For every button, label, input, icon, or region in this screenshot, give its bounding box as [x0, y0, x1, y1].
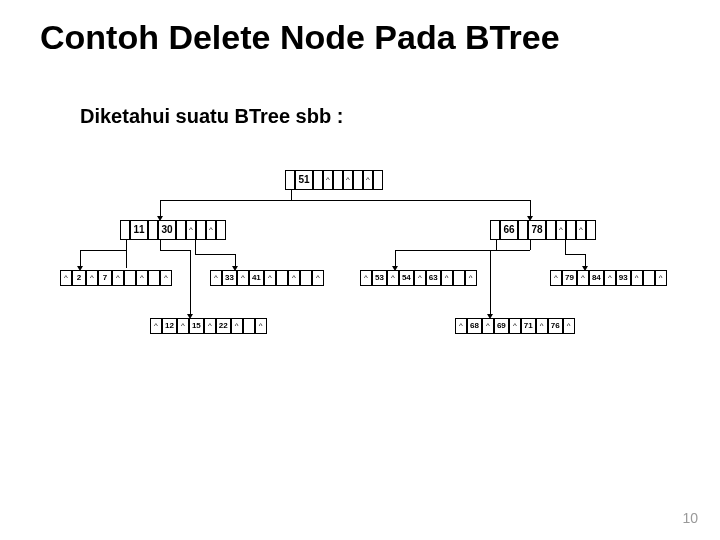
key: 12 [162, 318, 177, 334]
ptr: ^ [550, 270, 562, 286]
ptr [148, 220, 158, 240]
ptr [243, 318, 255, 334]
key: 51 [295, 170, 313, 190]
ptr: ^ [60, 270, 72, 286]
key: 41 [249, 270, 264, 286]
ptr [313, 170, 323, 190]
ptr [285, 170, 295, 190]
key: 11 [130, 220, 148, 240]
ptr [566, 220, 576, 240]
ptr: ^ [387, 270, 399, 286]
ptr: ^ [536, 318, 548, 334]
ptr [333, 170, 343, 190]
key: 22 [216, 318, 231, 334]
ptr: ^ [577, 270, 589, 286]
leaf-f: ^ 68 ^ 69 ^ 71 ^ 76 ^ [455, 318, 575, 334]
ptr: ^ [204, 318, 216, 334]
key: 66 [500, 220, 518, 240]
key: 71 [521, 318, 536, 334]
ptr: ^ [631, 270, 643, 286]
ptr [546, 220, 556, 240]
ptr: ^ [455, 318, 467, 334]
ptr: ^ [563, 318, 575, 334]
key: 15 [189, 318, 204, 334]
ptr: ^ [206, 220, 216, 240]
ptr: ^ [360, 270, 372, 286]
ptr: ^ [509, 318, 521, 334]
root-node: 51 ^ ^ ^ [285, 170, 383, 190]
ptr: ^ [264, 270, 276, 286]
ptr: ^ [210, 270, 222, 286]
ptr [300, 270, 312, 286]
ptr: ^ [465, 270, 477, 286]
ptr [586, 220, 596, 240]
ptr: ^ [604, 270, 616, 286]
key: 53 [372, 270, 387, 286]
ptr: ^ [556, 220, 566, 240]
ptr: ^ [255, 318, 267, 334]
ptr: ^ [655, 270, 667, 286]
ptr: ^ [237, 270, 249, 286]
ptr: ^ [323, 170, 333, 190]
key: 2 [72, 270, 86, 286]
ptr [216, 220, 226, 240]
ptr: ^ [312, 270, 324, 286]
ptr: ^ [482, 318, 494, 334]
ptr: ^ [112, 270, 124, 286]
ptr [124, 270, 136, 286]
leaf-d: ^ 79 ^ 84 ^ 93 ^ ^ [550, 270, 667, 286]
key: 30 [158, 220, 176, 240]
ptr: ^ [186, 220, 196, 240]
ptr [643, 270, 655, 286]
ptr [176, 220, 186, 240]
btree-diagram: 51 ^ ^ ^ 11 30 ^ ^ 66 78 ^ ^ [60, 170, 680, 410]
key: 78 [528, 220, 546, 240]
node-lv1-right: 66 78 ^ ^ [490, 220, 596, 240]
ptr [453, 270, 465, 286]
page-title: Contoh Delete Node Pada BTree [40, 18, 720, 57]
ptr [353, 170, 363, 190]
ptr: ^ [150, 318, 162, 334]
key: 33 [222, 270, 237, 286]
key: 76 [548, 318, 563, 334]
ptr: ^ [363, 170, 373, 190]
ptr [490, 220, 500, 240]
ptr: ^ [231, 318, 243, 334]
ptr: ^ [441, 270, 453, 286]
key: 63 [426, 270, 441, 286]
ptr: ^ [160, 270, 172, 286]
ptr [518, 220, 528, 240]
leaf-c: ^ 53 ^ 54 ^ 63 ^ ^ [360, 270, 477, 286]
key: 54 [399, 270, 414, 286]
leaf-b: ^ 33 ^ 41 ^ ^ ^ [210, 270, 324, 286]
key: 84 [589, 270, 604, 286]
ptr [148, 270, 160, 286]
leaf-e: ^ 12 ^ 15 ^ 22 ^ ^ [150, 318, 267, 334]
ptr: ^ [343, 170, 353, 190]
node-lv1-left: 11 30 ^ ^ [120, 220, 226, 240]
ptr: ^ [414, 270, 426, 286]
leaf-a: ^ 2 ^ 7 ^ ^ ^ [60, 270, 172, 286]
ptr: ^ [576, 220, 586, 240]
ptr: ^ [136, 270, 148, 286]
page-number: 10 [682, 510, 698, 526]
key: 69 [494, 318, 509, 334]
key: 7 [98, 270, 112, 286]
ptr: ^ [86, 270, 98, 286]
ptr [373, 170, 383, 190]
ptr: ^ [177, 318, 189, 334]
ptr [196, 220, 206, 240]
key: 79 [562, 270, 577, 286]
ptr [120, 220, 130, 240]
subtitle: Diketahui suatu BTree sbb : [80, 105, 720, 128]
key: 93 [616, 270, 631, 286]
key: 68 [467, 318, 482, 334]
ptr [276, 270, 288, 286]
ptr: ^ [288, 270, 300, 286]
